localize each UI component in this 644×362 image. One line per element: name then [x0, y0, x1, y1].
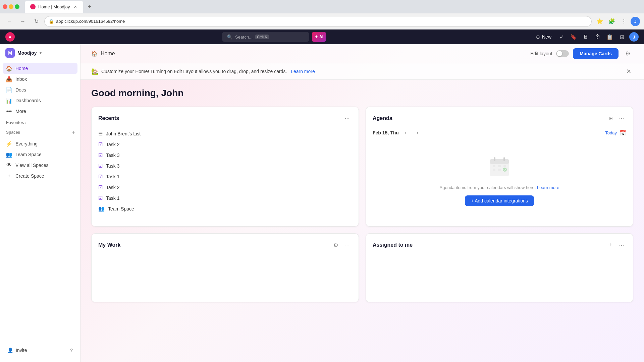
window-close-button[interactable]	[3, 4, 7, 9]
banner-icon: 🏡	[91, 68, 99, 75]
list-item[interactable]: ☑ Task 2	[98, 139, 352, 150]
cards-grid: Recents ··· ☰ John Brent's List ☑ Task 2	[91, 107, 633, 302]
assigned-card-header: Assigned to me + ···	[373, 240, 626, 250]
grid-icon-button[interactable]: ⊞	[617, 32, 627, 42]
assigned-add-button[interactable]: +	[605, 240, 615, 250]
sidebar-item-view-all-spaces[interactable]: 👁 View all Spaces	[3, 160, 77, 171]
mywork-card-body	[98, 255, 352, 295]
ai-badge[interactable]: ✦ AI	[312, 32, 326, 42]
svg-rect-1	[490, 159, 509, 164]
docs-icon: 📄	[6, 87, 12, 93]
tab-title: Home | Moodjoy	[38, 4, 70, 9]
edit-layout-toggle[interactable]	[556, 50, 569, 57]
doc-icon-button[interactable]: 📋	[605, 32, 614, 42]
browser-profile-avatar[interactable]: J	[631, 17, 640, 26]
workspace-header[interactable]: M Moodjoy ▾	[0, 44, 80, 62]
invite-button[interactable]: 👤 Invite ?	[4, 345, 76, 355]
recent-item-label: Team Space	[108, 206, 134, 212]
window-maximize-button[interactable]	[15, 4, 19, 9]
sidebar-item-more-label: More	[15, 109, 26, 114]
add-calendar-button[interactable]: + Add calendar integrations	[465, 195, 534, 206]
list-item[interactable]: 👥 Team Space	[98, 203, 352, 214]
page-title: Home	[101, 51, 115, 57]
app-topbar: ● 🔍 Search... Ctrl+K ✦ AI ⊕ New ✓ 🔖 🖥 ⏱ …	[0, 29, 644, 44]
recents-card-title: Recents	[98, 115, 119, 121]
app-logo: ●	[5, 32, 15, 42]
refresh-button[interactable]: ↻	[31, 16, 42, 27]
topbar-right: ⊕ New ✓ 🔖 🖥 ⏱ 📋 ⊞ J	[533, 32, 639, 42]
list-item[interactable]: ☑ Task 2	[98, 182, 352, 193]
list-item[interactable]: ☑ Task 1	[98, 193, 352, 203]
browser-tab[interactable]: Home | Moodjoy ✕	[25, 1, 83, 13]
agenda-learn-more-link[interactable]: Learn more	[537, 185, 559, 190]
new-button[interactable]: ⊕ New	[533, 33, 554, 41]
mywork-settings-button[interactable]: ⚙	[331, 240, 340, 250]
svg-rect-2	[493, 165, 495, 167]
settings-icon: ⚙	[625, 50, 631, 57]
sidebar-item-everything[interactable]: ⚡ Everything	[3, 138, 77, 149]
address-bar[interactable]: 🔒 app.clickup.com/9016164592/home	[44, 16, 592, 27]
tab-close-button[interactable]: ✕	[72, 4, 78, 9]
settings-menu-button[interactable]: ⋮	[619, 16, 629, 27]
spaces-add-button[interactable]: +	[70, 129, 77, 136]
agenda-empty-state: Agenda items from your calendars will sh…	[373, 142, 626, 220]
agenda-date-row: Feb 15, Thu ‹ › Today 📅	[373, 128, 626, 137]
agenda-card-menu-button[interactable]: ···	[617, 114, 626, 123]
main-content: 🏠 Home Edit layout: Manage Cards ⚙ 🏡 Cus…	[80, 44, 644, 362]
sidebar-item-team-space[interactable]: 👥 Team Space	[3, 149, 77, 160]
agenda-next-button[interactable]: ›	[413, 128, 422, 137]
sidebar-item-more[interactable]: ••• More	[3, 106, 77, 117]
window-minimize-button[interactable]	[9, 4, 13, 9]
user-avatar[interactable]: J	[629, 32, 639, 42]
search-icon: 🔍	[227, 34, 232, 40]
monitor-icon-button[interactable]: 🖥	[581, 32, 590, 42]
clock-icon-button[interactable]: ⏱	[593, 32, 602, 42]
mywork-menu-button[interactable]: ···	[342, 240, 352, 250]
banner-learn-more-link[interactable]: Learn more	[291, 69, 315, 74]
sidebar-item-home[interactable]: 🏠 Home	[3, 63, 77, 74]
header-settings-button[interactable]: ⚙	[623, 48, 633, 59]
agenda-today-button[interactable]: Today	[605, 130, 617, 135]
url-display: app.clickup.com/9016164592/home	[56, 19, 125, 24]
agenda-prev-button[interactable]: ‹	[401, 128, 410, 137]
search-bar[interactable]: 🔍 Search... Ctrl+K	[222, 32, 309, 42]
banner-text: Customize your Home! Turning on Edit Lay…	[101, 69, 288, 74]
spaces-section-label: Spaces	[6, 130, 20, 135]
sidebar-item-inbox[interactable]: 📥 Inbox	[3, 74, 77, 84]
forward-button[interactable]: →	[17, 16, 28, 27]
list-item[interactable]: ☑ Task 3	[98, 161, 352, 171]
svg-rect-5	[493, 169, 495, 171]
favorites-row[interactable]: Favorites ›	[0, 118, 80, 127]
sidebar-item-docs[interactable]: 📄 Docs	[3, 84, 77, 95]
assigned-menu-button[interactable]: ···	[617, 240, 626, 250]
team-space-icon: 👥	[6, 152, 12, 158]
manage-cards-button[interactable]: Manage Cards	[573, 48, 619, 59]
home-icon: 🏠	[6, 65, 12, 71]
extensions-button[interactable]: 🧩	[606, 16, 617, 27]
bookmark-icon-button[interactable]: 🔖	[569, 32, 578, 42]
list-item[interactable]: ☑ Task 1	[98, 171, 352, 182]
task-icon: ☑	[98, 163, 103, 169]
agenda-layout-icon-button[interactable]: ⊞	[606, 114, 615, 123]
dashboards-icon: 📊	[6, 98, 12, 104]
sidebar-item-create-space[interactable]: + Create Space	[3, 171, 77, 181]
task-icon: ☑	[98, 174, 103, 180]
list-item[interactable]: ☰ John Brent's List	[98, 128, 352, 139]
checkmark-icon-button[interactable]: ✓	[557, 32, 566, 42]
back-button[interactable]: ←	[4, 16, 15, 27]
profile-button[interactable]: ⭐	[594, 16, 605, 27]
sidebar-item-dashboards-label: Dashboards	[15, 98, 41, 103]
info-banner: 🏡 Customize your Home! Turning on Edit L…	[80, 63, 644, 80]
svg-rect-4	[503, 165, 506, 167]
svg-rect-6	[498, 169, 501, 171]
recents-card-menu-button[interactable]: ···	[342, 114, 352, 123]
list-item[interactable]: ☑ Task 3	[98, 150, 352, 161]
create-space-icon: +	[6, 173, 12, 179]
more-icon: •••	[6, 108, 12, 114]
svg-rect-3	[498, 165, 501, 167]
sidebar-item-everything-label: Everything	[15, 141, 38, 146]
workspace-chevron-icon: ▾	[40, 51, 42, 55]
sidebar-item-dashboards[interactable]: 📊 Dashboards	[3, 95, 77, 106]
banner-close-button[interactable]: ✕	[624, 67, 633, 76]
new-tab-button[interactable]: +	[85, 2, 94, 11]
